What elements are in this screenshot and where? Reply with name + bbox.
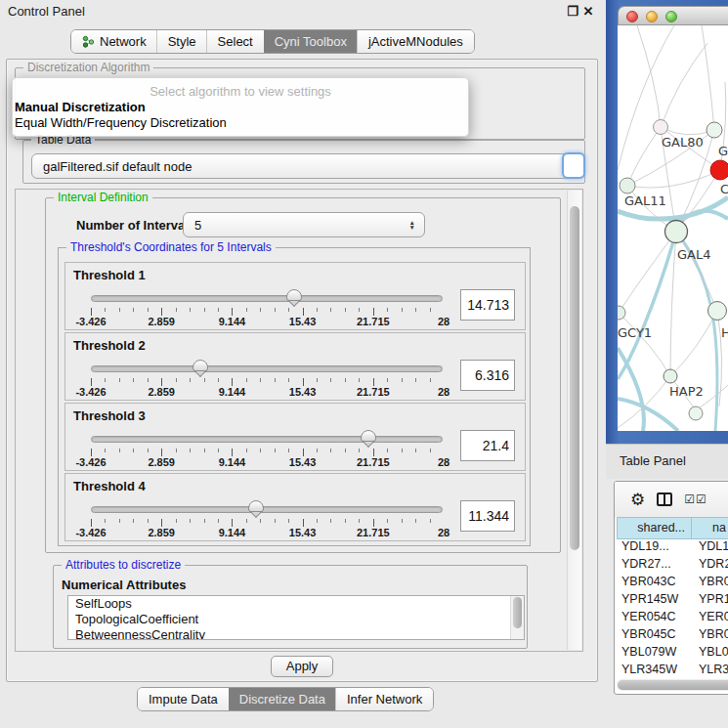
cell[interactable]: YBR045C: [617, 627, 692, 645]
threshold-4-slider[interactable]: [91, 506, 443, 513]
gear-icon[interactable]: ⚙: [630, 492, 645, 508]
dropdown-option-equal-width-frequency[interactable]: Equal Width/Frequency Discretization: [13, 115, 468, 131]
cell[interactable]: YDL19...: [617, 539, 692, 557]
dropdown-option-manual-discretization[interactable]: Manual Discretization: [13, 100, 468, 115]
tab-jactivemnodules[interactable]: jActiveMNodules: [358, 30, 474, 53]
table-row[interactable]: YBR043CYBR0: [617, 575, 728, 592]
thresholds-legend: Threshold's Coordinates for 5 Intervals: [66, 240, 276, 255]
tab-discretize-data[interactable]: Discretize Data: [229, 688, 336, 710]
tab-cyni-toolbox[interactable]: Cyni Toolbox: [264, 30, 358, 53]
cell[interactable]: YPR1: [692, 592, 728, 610]
threshold-3-slider-thumb[interactable]: [361, 430, 376, 449]
node-bottom-partial[interactable]: [689, 407, 703, 420]
cell[interactable]: YBR0: [692, 627, 728, 645]
tick-label: -3.426: [75, 527, 106, 538]
control-panel-tabs: Network Style Select Cyni Toolbox jActiv…: [70, 29, 475, 54]
node-gal80[interactable]: [654, 120, 668, 135]
threshold-3-slider[interactable]: [91, 436, 443, 443]
threshold-1-value-field[interactable]: [460, 289, 515, 321]
tab-network[interactable]: Network: [71, 30, 157, 53]
threshold-3-value-field[interactable]: [460, 430, 515, 461]
tick-label: 2.859: [148, 456, 175, 468]
threshold-2-value-field[interactable]: [460, 360, 515, 391]
tab-select[interactable]: Select: [207, 30, 264, 53]
table-row[interactable]: YLR345WYLR3: [617, 663, 728, 680]
cell[interactable]: YPR145W: [617, 592, 692, 610]
column-header-name[interactable]: na: [692, 517, 728, 539]
network-view-window[interactable]: GAL80 GAL11 GAL4 GCY1 HAP2 GA C H: [606, 0, 728, 444]
table-data-combobox[interactable]: galFiltered.sif default node ▲▼: [31, 153, 577, 179]
list-item[interactable]: BetweennessCentrality: [68, 627, 524, 640]
tab-impute-data[interactable]: Impute Data: [138, 688, 229, 710]
threshold-4-slider-thumb[interactable]: [248, 500, 264, 519]
table-row[interactable]: YER054CYER0: [617, 610, 728, 627]
tick-label: 15.43: [289, 316, 317, 327]
cell[interactable]: YDL1: [692, 539, 728, 557]
table-horizontal-scrollbar[interactable]: [617, 679, 728, 691]
numerical-attributes-label: Numerical Attributes: [62, 578, 186, 592]
slider-tick-labels: -3.426 2.859 9.144 15.43 21.715 28: [91, 456, 444, 468]
network-window-titlebar[interactable]: [618, 6, 728, 25]
table-row[interactable]: YBR045CYBR0: [617, 627, 728, 645]
tab-style[interactable]: Style: [157, 30, 207, 53]
cell[interactable]: YBR043C: [617, 575, 692, 592]
scrollbar-thumb[interactable]: [570, 206, 579, 550]
scrollbar-thumb[interactable]: [618, 680, 728, 690]
list-item[interactable]: SelfLoops: [68, 596, 524, 612]
cell[interactable]: YDR2: [692, 557, 728, 575]
algorithm-combobox[interactable]: [562, 152, 585, 179]
list-item[interactable]: TopologicalCoefficient: [68, 612, 524, 627]
threshold-2-panel: Threshold 2 -3.426 2.859 9.144 15.43 21.…: [64, 332, 526, 401]
interval-definition-group: Interval Definition Number of Intervals …: [45, 197, 561, 553]
apply-button[interactable]: Apply: [271, 656, 333, 677]
node-gal11[interactable]: [620, 178, 635, 193]
cell[interactable]: YER054C: [617, 610, 692, 627]
tab-infer-network[interactable]: Infer Network: [336, 688, 433, 710]
select-columns-icon[interactable]: ☑☑: [684, 492, 707, 506]
minimize-traffic-light-icon[interactable]: [646, 11, 658, 22]
node-red-selected[interactable]: [710, 160, 728, 180]
close-traffic-light-icon[interactable]: [626, 11, 638, 22]
table-row[interactable]: YBL079WYBL0: [617, 645, 728, 663]
column-header-shared-name[interactable]: shared...: [617, 517, 692, 539]
tab-impute-data-label: Impute Data: [149, 692, 218, 707]
table-row[interactable]: YDL19...YDL1: [617, 539, 728, 557]
threshold-1-slider[interactable]: [91, 295, 443, 302]
number-of-intervals-combobox[interactable]: 5 ▲▼: [183, 212, 425, 237]
node-label-gcy1: GCY1: [618, 325, 652, 340]
split-columns-icon[interactable]: [657, 492, 672, 506]
cell[interactable]: YLR345W: [617, 663, 692, 680]
tab-infer-network-label: Infer Network: [347, 692, 422, 707]
cell[interactable]: YBR0: [692, 575, 728, 592]
cell[interactable]: YBL0: [692, 645, 728, 663]
threshold-2-slider[interactable]: [91, 365, 443, 372]
slider-tick-labels: -3.426 2.859 9.144 15.43 21.715 28: [91, 316, 444, 327]
threshold-4-value-field[interactable]: [460, 500, 515, 532]
node-gal4[interactable]: [665, 221, 688, 243]
cell[interactable]: YDR27...: [617, 557, 692, 575]
cell[interactable]: YER0: [692, 610, 728, 627]
cell[interactable]: YBL079W: [617, 645, 692, 663]
node-top-right[interactable]: [707, 122, 722, 138]
close-window-icon[interactable]: ✕: [580, 4, 596, 19]
table-data-value: galFiltered.sif default node: [43, 159, 192, 174]
node-hap2[interactable]: [664, 369, 677, 383]
table-row[interactable]: YDR27...YDR2: [617, 557, 728, 575]
table-row[interactable]: YPR145WYPR1: [617, 592, 728, 610]
threshold-2-slider-thumb[interactable]: [193, 360, 208, 378]
tick-label: 28: [438, 456, 450, 468]
node-h[interactable]: [708, 302, 727, 321]
threshold-1-slider-thumb[interactable]: [286, 289, 302, 308]
control-panel-title: Control Panel: [8, 4, 85, 19]
cell[interactable]: YLR3: [692, 663, 728, 680]
table-panel-header: Table Panel: [606, 444, 728, 479]
zoom-traffic-light-icon[interactable]: [665, 11, 677, 22]
network-canvas[interactable]: GAL80 GAL11 GAL4 GCY1 HAP2 GA C H: [618, 25, 728, 431]
settings-vertical-scrollbar[interactable]: [567, 191, 581, 650]
tick-label: 28: [438, 386, 450, 398]
attributes-list-scrollbar[interactable]: [510, 596, 524, 639]
table-panel-toolbar: ⚙ ☑☑: [615, 482, 728, 517]
float-window-icon[interactable]: ❐: [565, 4, 580, 19]
table-data-group: Table Data galFiltered.sif default node …: [22, 140, 585, 184]
node-gcy1[interactable]: [618, 306, 625, 320]
